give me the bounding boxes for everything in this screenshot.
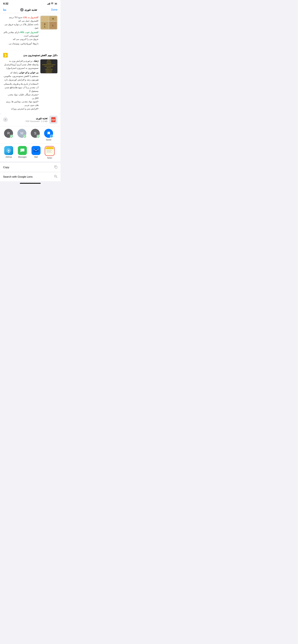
- battery-level: 36: [55, 3, 57, 5]
- copy-action[interactable]: Copy: [0, 163, 61, 172]
- testosterone-title: دلایل مهم کاهش تستوسترون بدن: [23, 54, 57, 57]
- done-button[interactable]: Done: [51, 8, 57, 11]
- contact-avatar-m: M: [17, 129, 26, 138]
- notes-icon-wrapper: [45, 146, 55, 156]
- mail-label: Mail: [34, 156, 38, 158]
- app-item-airdrop[interactable]: AirDrop: [3, 146, 14, 159]
- testosterone-image: DRUGSEXUALSTEROIDHORMONE MUSCULINITYTEST…: [40, 59, 57, 73]
- saved-label: Saved: [46, 139, 51, 141]
- article-ldl-text: کلسترول بد LDL حدودا 70 درصد کلسترول حمل…: [3, 16, 39, 45]
- testosterone-section: دلایل مهم کاهش تستوسترون بدن ❮ DRUGSEXUA…: [0, 50, 61, 113]
- share-thumbnail: PDF: [49, 116, 57, 124]
- share-info: تغذیه تئوری PDF Document · 2.3 MB: [10, 117, 48, 122]
- nav-title: تغذیه تئوری: [25, 8, 37, 12]
- copy-label: Copy: [3, 166, 9, 169]
- app-item-mail[interactable]: Mail: [30, 146, 42, 159]
- google-lens-action[interactable]: Search with Google Lens: [0, 172, 61, 181]
- status-icons: 36: [47, 2, 57, 5]
- share-title: تغذیه تئوری: [10, 117, 48, 120]
- svg-rect-3: [55, 166, 57, 168]
- contact-avatar-saved: ✈: [44, 129, 53, 138]
- message-badge-m: [23, 135, 26, 138]
- contact-avatar-s: S: [31, 129, 40, 138]
- nav-chevron-icon[interactable]: ▾: [20, 8, 24, 12]
- share-header: × تغذیه تئوری PDF Document · 2.3 MB PDF: [0, 113, 61, 126]
- ldl-hdl-image: H L DL: [40, 16, 57, 30]
- share-sheet: × تغذیه تئوری PDF Document · 2.3 MB PDF …: [0, 113, 61, 181]
- app-item-notes[interactable]: Notes: [44, 146, 55, 159]
- messages-label: Messages: [18, 156, 27, 158]
- google-lens-label: Search with Google Lens: [3, 175, 33, 178]
- notes-label: Notes: [47, 157, 52, 159]
- contact-item-s[interactable]: S: [30, 129, 41, 141]
- svg-text:PDF: PDF: [52, 119, 55, 121]
- contact-avatar-r: R: [4, 129, 13, 138]
- contact-item-r[interactable]: R: [3, 129, 14, 141]
- search-icon: [54, 175, 57, 179]
- notes-icon: [46, 147, 54, 155]
- testosterone-body: ژنتیک :پرخوری و افزایش وزن به واسطه فعال…: [3, 59, 39, 111]
- app-item-messages[interactable]: Messages: [17, 146, 28, 159]
- contacts-row: R M S: [0, 126, 61, 144]
- nav-title-container: ▾ تغذیه تئوری: [20, 8, 37, 12]
- app-row: AirDrop Messages Mail: [0, 144, 61, 163]
- svg-line-5: [56, 177, 57, 178]
- article-ldl-section: H L DL کلسترول بد LDL حدودا 70 درصد کلست…: [0, 13, 61, 50]
- nav-bar: ▾ تغذیه تئوری Done: [0, 6, 61, 13]
- share-subtitle: PDF Document · 2.3 MB: [10, 120, 48, 122]
- contact-item-m[interactable]: M: [17, 129, 27, 141]
- mail-icon: [32, 146, 41, 155]
- action-rows: Copy Search with Google Lens: [0, 163, 61, 181]
- message-badge-s: [37, 135, 40, 138]
- telegram-badge: ✈: [50, 135, 53, 138]
- home-bar: [20, 183, 41, 184]
- messages-icon: [18, 146, 27, 155]
- battery-icon: 36: [54, 2, 57, 5]
- home-indicator: [0, 181, 61, 185]
- menu-icon[interactable]: [3, 9, 6, 11]
- contact-item-saved[interactable]: ✈ Saved: [43, 129, 54, 141]
- copy-icon: [54, 165, 57, 170]
- airdrop-icon: [4, 146, 13, 155]
- status-bar: 4:32 36: [0, 0, 61, 6]
- share-close-button[interactable]: ×: [3, 117, 8, 122]
- status-time: 4:32: [3, 2, 8, 5]
- wifi-icon: [51, 2, 53, 5]
- message-badge-r: [10, 135, 13, 138]
- signal-icon: [47, 3, 50, 5]
- airdrop-label: AirDrop: [6, 156, 12, 158]
- chevron-left-icon: ❮: [3, 53, 8, 58]
